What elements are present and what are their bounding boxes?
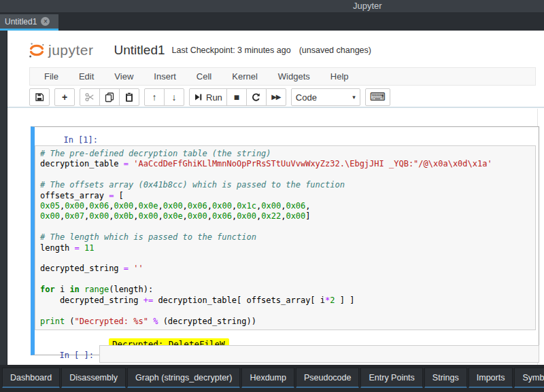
code-line: # The offsets array (0x41b8cc) which is …	[40, 180, 530, 190]
code-line: # The pre-defined decryption table (the …	[40, 149, 530, 159]
stop-icon: ■	[234, 92, 239, 102]
chevron-down-icon: ▾	[352, 94, 356, 101]
input-prompt: In [ ]:	[59, 351, 94, 360]
move-down-button[interactable]: ↓	[164, 88, 184, 106]
move-up-button[interactable]: ↑	[144, 88, 165, 106]
code-line: offsets_array = [	[40, 191, 530, 201]
toolbar-divider	[7, 107, 544, 108]
bottom-tab-symbols[interactable]: Symbols	[514, 368, 544, 388]
code-line: length = 11	[40, 243, 530, 253]
stop-button[interactable]: ■	[226, 88, 247, 106]
code-line: # The length which is passed to the func…	[40, 232, 530, 243]
paste-button[interactable]	[119, 88, 139, 106]
fast-forward-icon: ▶▶	[271, 94, 280, 101]
code-line	[40, 222, 530, 232]
copy-icon	[104, 92, 115, 103]
editor-tabstrip: Untitled1 ×	[0, 12, 544, 31]
arrow-up-icon: ↑	[152, 92, 157, 102]
plus-icon: +	[62, 92, 67, 102]
code-line: decryption_table = 'AaCcdDeFfGhiKLlMmnNo…	[40, 159, 530, 169]
code-line: 0x05,0x00,0x06,0x00,0x0e,0x00,0x06,0x00,…	[40, 201, 530, 211]
bottom-tab-strings[interactable]: Strings	[424, 368, 467, 388]
close-icon[interactable]: ×	[41, 17, 50, 26]
code-cell-2[interactable]: In [ ]:	[31, 345, 539, 363]
notebook-header: jupyter Untitled1 Last Checkpoint: 3 min…	[28, 39, 371, 61]
run-icon	[194, 92, 203, 102]
input-prompt-column: In [ ]:	[31, 345, 99, 363]
window-titlebar: Jupyter	[0, 0, 544, 12]
bottom-tab-disassembly[interactable]: Disassembly	[61, 368, 126, 388]
cell-type-dropdown[interactable]: Code ▾	[291, 88, 360, 106]
cell-type-value: Code	[296, 92, 317, 103]
editor-tab-label: Untitled1	[5, 17, 37, 26]
code-editor[interactable]: # The pre-defined decryption table (the …	[35, 145, 536, 330]
restart-kernel-button[interactable]	[246, 88, 267, 106]
menu-file[interactable]: File	[34, 71, 69, 82]
code-line	[40, 274, 530, 285]
keyboard-icon: ⌨	[370, 92, 386, 103]
menu-view[interactable]: View	[104, 71, 143, 82]
notebook-title[interactable]: Untitled1	[114, 43, 165, 58]
notebook-toolbar: +	[29, 88, 390, 106]
add-cell-button[interactable]: +	[54, 88, 75, 106]
unsaved-status: (unsaved changes)	[299, 46, 371, 55]
code-line: 0x00,0x07,0x00,0x0b,0x00,0x0e,0x00,0x06,…	[40, 211, 530, 221]
copy-button[interactable]	[99, 88, 120, 106]
paste-icon	[124, 92, 135, 103]
clipboard-group	[80, 88, 139, 106]
run-button[interactable]: Run	[189, 88, 227, 106]
jupyter-logo-text: jupyter	[48, 42, 94, 58]
code-line: decrypted_string = ''	[40, 264, 530, 274]
code-line: print ("Decrypted: %s" % (decrypted_stri…	[40, 317, 530, 327]
code-editor-empty[interactable]	[99, 345, 539, 363]
bottom-tabs: DashboardDisassemblyGraph (strings_decry…	[2, 368, 544, 388]
input-prompt-column: In [1]:	[35, 130, 103, 145]
menu-help[interactable]: Help	[320, 71, 359, 82]
menu-insert[interactable]: Insert	[143, 71, 186, 82]
code-line: decrypted_string += decryption_table[ of…	[40, 296, 530, 306]
bottom-toolbar: DashboardDisassemblyGraph (strings_decry…	[0, 365, 544, 392]
command-palette-button[interactable]: ⌨	[365, 88, 390, 106]
run-all-button[interactable]: ▶▶	[266, 88, 286, 106]
bottom-tab-pseudocode[interactable]: Pseudocode	[296, 368, 360, 388]
menu-edit[interactable]: Edit	[69, 71, 104, 82]
code-line: for i in range(length):	[40, 285, 530, 295]
bottom-tab-imports[interactable]: Imports	[469, 368, 513, 388]
checkpoint-text: Last Checkpoint: 3 minutes ago	[172, 46, 291, 55]
window-title: Jupyter	[353, 1, 382, 11]
bottom-tab-dashboard[interactable]: Dashboard	[2, 368, 60, 388]
bottom-tab-graph-strings-decrypter[interactable]: Graph (strings_decrypter)	[127, 368, 240, 388]
jupyter-logo-icon	[28, 41, 46, 59]
code-line	[40, 170, 530, 180]
menu-kernel[interactable]: Kernel	[222, 71, 268, 82]
bottom-tab-hexdump[interactable]: Hexdump	[241, 368, 294, 388]
cut-icon	[84, 92, 95, 103]
menu-widgets[interactable]: Widgets	[268, 71, 320, 82]
code-line	[40, 253, 530, 264]
menu-cell[interactable]: Cell	[186, 71, 222, 82]
arrow-down-icon: ↓	[172, 92, 177, 102]
input-prompt: In [1]:	[63, 135, 98, 145]
run-group: Run ■ ▶▶	[189, 88, 286, 106]
editor-tab-untitled1[interactable]: Untitled1 ×	[0, 14, 58, 29]
restart-icon	[251, 92, 261, 103]
bottom-tab-entry-points[interactable]: Entry Points	[360, 368, 422, 388]
menu-bar: FileEditViewInsertCellKernelWidgetsHelp	[29, 67, 536, 86]
save-button[interactable]	[29, 88, 50, 106]
cut-button[interactable]	[80, 88, 100, 106]
run-label: Run	[206, 92, 222, 103]
save-icon	[34, 92, 45, 103]
move-group: ↑ ↓	[144, 88, 184, 106]
code-line	[40, 306, 530, 316]
code-cell-1[interactable]: In [1]: # The pre-defined decryption tab…	[31, 126, 539, 355]
jupyter-notebook-panel: jupyter Untitled1 Last Checkpoint: 3 min…	[7, 31, 544, 365]
